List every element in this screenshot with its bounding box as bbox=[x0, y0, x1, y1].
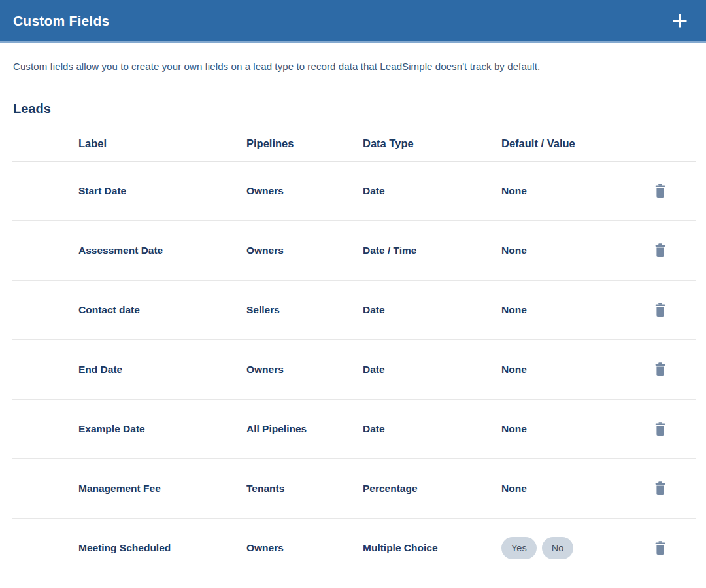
row-default-value: None bbox=[501, 364, 527, 375]
column-header-pipelines: Pipelines bbox=[246, 137, 363, 150]
choice-pill[interactable]: Yes bbox=[501, 537, 537, 559]
row-data-type: Date bbox=[363, 185, 501, 197]
row-pipelines: Owners bbox=[246, 542, 363, 554]
main-content: Custom fields allow you to create your o… bbox=[12, 43, 696, 578]
trash-icon bbox=[654, 540, 667, 556]
row-data-type: Date bbox=[363, 364, 501, 375]
table-row: Management Fee Tenants Percentage None bbox=[12, 459, 696, 519]
choice-pills: YesNo bbox=[501, 537, 654, 559]
row-data-type: Percentage bbox=[363, 483, 501, 494]
row-data-type: Date bbox=[363, 423, 501, 435]
table-row: Assessment Date Owners Date / Time None bbox=[12, 221, 696, 281]
row-default-value: None bbox=[501, 483, 527, 494]
trash-icon bbox=[654, 243, 667, 258]
row-default-value: None bbox=[501, 185, 527, 196]
row-pipelines: Tenants bbox=[246, 483, 363, 494]
row-label: Assessment Date bbox=[78, 245, 246, 256]
table-row: Start Date Owners Date None bbox=[12, 162, 696, 221]
page-description: Custom fields allow you to create your o… bbox=[12, 43, 696, 72]
delete-row-button[interactable] bbox=[654, 362, 667, 377]
row-pipelines: Owners bbox=[246, 245, 363, 256]
table-row: Example Date All Pipelines Date None bbox=[12, 400, 696, 459]
page-title: Custom Fields bbox=[13, 13, 109, 29]
delete-row-button[interactable] bbox=[654, 481, 667, 496]
trash-icon bbox=[654, 362, 667, 377]
trash-icon bbox=[654, 481, 667, 496]
section-title-leads: Leads bbox=[13, 101, 695, 116]
delete-row-button[interactable] bbox=[654, 183, 667, 199]
column-header-data-type: Data Type bbox=[363, 137, 501, 150]
delete-row-button[interactable] bbox=[654, 302, 667, 318]
delete-row-button[interactable] bbox=[654, 243, 667, 258]
row-pipelines: Sellers bbox=[246, 304, 363, 316]
trash-icon bbox=[654, 302, 667, 318]
table-body: Start Date Owners Date None Assessment D… bbox=[12, 162, 696, 578]
row-pipelines: All Pipelines bbox=[246, 423, 363, 435]
table-header-row: Label Pipelines Data Type Default / Valu… bbox=[12, 116, 696, 162]
row-label: Start Date bbox=[78, 185, 246, 197]
row-default-value: None bbox=[501, 423, 527, 434]
column-header-default-value: Default / Value bbox=[501, 137, 654, 150]
row-pipelines: Owners bbox=[246, 364, 363, 375]
table-row: Meeting Scheduled Owners Multiple Choice… bbox=[12, 519, 696, 578]
row-default-value: None bbox=[501, 304, 527, 315]
row-data-type: Date bbox=[363, 304, 501, 316]
appbar: Custom Fields bbox=[0, 0, 706, 43]
delete-row-button[interactable] bbox=[654, 540, 667, 556]
add-custom-field-button[interactable] bbox=[671, 12, 689, 30]
row-data-type: Date / Time bbox=[363, 245, 501, 256]
trash-icon bbox=[654, 421, 667, 437]
table-row: End Date Owners Date None bbox=[12, 340, 696, 400]
table-row: Contact date Sellers Date None bbox=[12, 281, 696, 340]
row-label: End Date bbox=[78, 364, 246, 375]
choice-pill[interactable]: No bbox=[542, 537, 574, 559]
row-label: Meeting Scheduled bbox=[78, 542, 246, 554]
column-header-label: Label bbox=[78, 137, 246, 150]
trash-icon bbox=[654, 183, 667, 199]
row-label: Management Fee bbox=[78, 483, 246, 494]
row-pipelines: Owners bbox=[246, 185, 363, 197]
row-default-value: None bbox=[501, 245, 527, 256]
delete-row-button[interactable] bbox=[654, 421, 667, 437]
row-label: Contact date bbox=[78, 304, 246, 316]
row-label: Example Date bbox=[78, 423, 246, 435]
row-data-type: Multiple Choice bbox=[363, 542, 501, 554]
